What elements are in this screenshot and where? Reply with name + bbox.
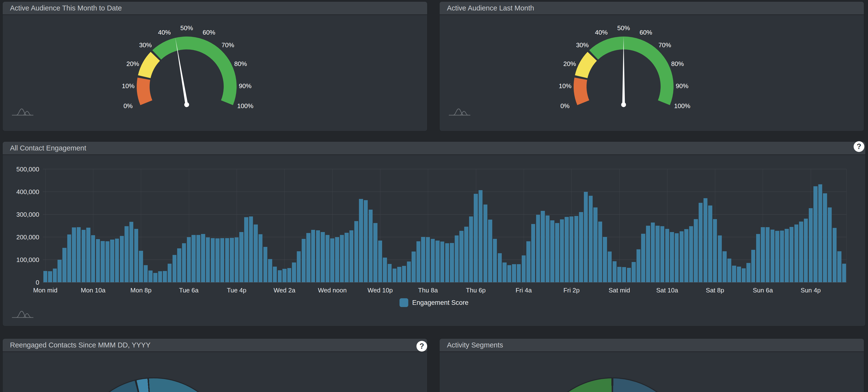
engagement-bar[interactable]	[163, 271, 167, 283]
engagement-bar[interactable]	[646, 226, 650, 283]
engagement-bar[interactable]	[393, 268, 397, 282]
engagement-bar[interactable]	[746, 263, 750, 282]
engagement-bar[interactable]	[48, 271, 52, 282]
engagement-bar[interactable]	[713, 219, 717, 282]
engagement-bar[interactable]	[589, 196, 593, 282]
engagement-bar[interactable]	[364, 200, 368, 282]
engagement-bar[interactable]	[311, 230, 315, 282]
engagement-bar[interactable]	[62, 248, 66, 282]
engagement-bar[interactable]	[378, 240, 382, 282]
engagement-bar[interactable]	[426, 237, 430, 282]
engagement-bar[interactable]	[258, 234, 262, 282]
engagement-bar[interactable]	[512, 264, 516, 282]
engagement-bar[interactable]	[704, 198, 707, 282]
engagement-bar[interactable]	[699, 203, 703, 282]
help-icon[interactable]: ?	[416, 341, 427, 352]
engagement-bar[interactable]	[244, 217, 248, 282]
engagement-bar[interactable]	[680, 231, 684, 282]
engagement-bar[interactable]	[306, 233, 310, 282]
engagement-bar[interactable]	[139, 251, 143, 282]
engagement-bar[interactable]	[254, 225, 257, 282]
engagement-bar[interactable]	[579, 212, 583, 282]
engagement-bar[interactable]	[617, 267, 621, 282]
engagement-bar[interactable]	[742, 268, 746, 282]
engagement-bar[interactable]	[665, 229, 669, 282]
engagement-bar[interactable]	[105, 241, 110, 282]
engagement-bar[interactable]	[694, 219, 698, 282]
engagement-bar[interactable]	[737, 267, 741, 282]
engagement-bar[interactable]	[292, 262, 296, 282]
engagement-bar[interactable]	[43, 271, 47, 283]
engagement-bar[interactable]	[833, 228, 837, 282]
engagement-bar[interactable]	[522, 255, 526, 282]
engagement-bar[interactable]	[837, 251, 841, 282]
engagement-bar[interactable]	[550, 220, 554, 282]
engagement-bar[interactable]	[326, 235, 330, 282]
engagement-bar[interactable]	[416, 241, 421, 282]
engagement-bar[interactable]	[828, 207, 832, 282]
engagement-bar[interactable]	[144, 265, 148, 282]
engagement-bar[interactable]	[196, 235, 200, 282]
engagement-bar[interactable]	[77, 227, 81, 282]
engagement-bar[interactable]	[187, 237, 191, 282]
engagement-bar[interactable]	[526, 241, 530, 282]
engagement-bar[interactable]	[282, 269, 286, 282]
engagement-bar[interactable]	[689, 226, 693, 282]
engagement-bar[interactable]	[182, 243, 186, 282]
engagement-bar[interactable]	[134, 229, 138, 282]
engagement-bar[interactable]	[53, 268, 57, 282]
engagement-bar[interactable]	[575, 216, 578, 282]
engagement-bar[interactable]	[799, 222, 803, 282]
engagement-bar[interactable]	[225, 238, 229, 282]
engagement-bar[interactable]	[771, 230, 774, 282]
engagement-bar[interactable]	[756, 234, 760, 282]
engagement-bar[interactable]	[201, 234, 205, 282]
engagement-bar[interactable]	[340, 235, 344, 282]
engagement-bar[interactable]	[316, 230, 320, 282]
engagement-bar[interactable]	[517, 264, 521, 282]
engagement-bar[interactable]	[660, 226, 664, 282]
engagement-bar[interactable]	[96, 239, 100, 282]
engagement-bar[interactable]	[455, 235, 459, 282]
engagement-bar[interactable]	[168, 264, 172, 282]
engagement-bar[interactable]	[125, 226, 128, 282]
engagement-bar[interactable]	[488, 220, 492, 282]
engagement-bar[interactable]	[546, 216, 550, 282]
engagement-bar[interactable]	[775, 231, 779, 282]
engagement-bar[interactable]	[651, 223, 655, 282]
engagement-bar[interactable]	[493, 239, 497, 282]
help-icon[interactable]: ?	[854, 141, 864, 152]
engagement-bar[interactable]	[751, 250, 755, 282]
engagement-bar[interactable]	[560, 219, 564, 282]
engagement-bar[interactable]	[670, 232, 674, 282]
engagement-bar[interactable]	[435, 240, 439, 282]
engagement-bar[interactable]	[268, 259, 272, 282]
engagement-bar[interactable]	[727, 259, 731, 282]
engagement-bar[interactable]	[531, 224, 535, 282]
engagement-bar[interactable]	[469, 217, 473, 282]
engagement-bar[interactable]	[555, 223, 559, 282]
engagement-bar[interactable]	[569, 217, 574, 282]
engagement-bar[interactable]	[402, 266, 406, 282]
engagement-bar[interactable]	[273, 267, 277, 282]
engagement-bar[interactable]	[359, 199, 363, 282]
engagement-bar[interactable]	[191, 235, 195, 282]
engagement-bar[interactable]	[86, 228, 90, 282]
engagement-bar[interactable]	[239, 232, 243, 282]
engagement-bar[interactable]	[177, 248, 181, 283]
engagement-bar[interactable]	[67, 234, 71, 282]
engagement-bar[interactable]	[722, 251, 726, 282]
engagement-bar[interactable]	[101, 241, 104, 282]
engagement-bar[interactable]	[785, 229, 788, 282]
engagement-bar[interactable]	[507, 265, 511, 282]
engagement-bar[interactable]	[598, 222, 602, 282]
engagement-bar[interactable]	[484, 204, 487, 282]
engagement-bar[interactable]	[349, 230, 353, 282]
engagement-bar[interactable]	[230, 238, 234, 282]
engagement-bar[interactable]	[459, 231, 463, 282]
engagement-bar[interactable]	[297, 251, 301, 282]
engagement-bar[interactable]	[478, 190, 483, 282]
engagement-bar[interactable]	[173, 255, 177, 282]
engagement-bar[interactable]	[58, 260, 61, 282]
engagement-bar[interactable]	[608, 252, 612, 282]
